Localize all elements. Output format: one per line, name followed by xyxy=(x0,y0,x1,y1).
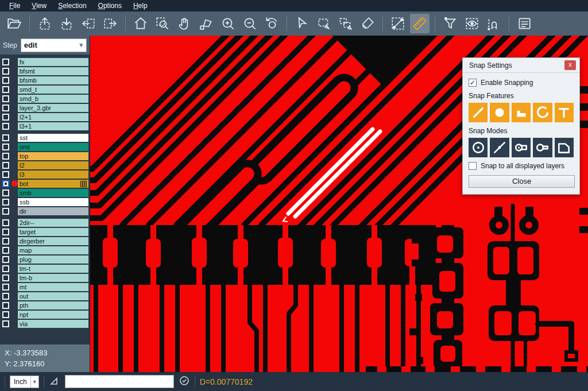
close-button[interactable]: Close xyxy=(469,175,575,188)
import-right-icon[interactable] xyxy=(100,14,120,33)
layer-visibility-checkbox[interactable] xyxy=(2,134,9,141)
layer-visibility-checkbox[interactable] xyxy=(2,238,9,245)
import-down-icon[interactable] xyxy=(57,14,76,33)
open-folder-icon[interactable] xyxy=(5,14,24,33)
layer-visibility-checkbox[interactable] xyxy=(2,229,9,235)
layer-label[interactable]: l3 xyxy=(18,171,88,179)
layer-label[interactable]: fx xyxy=(18,58,88,66)
angle-corner-icon[interactable] xyxy=(49,375,60,389)
layer-visibility-checkbox[interactable] xyxy=(2,320,9,327)
layer-visibility-checkbox[interactable] xyxy=(2,77,9,84)
select-rect-icon[interactable] xyxy=(314,14,334,33)
zoom-out-icon[interactable] xyxy=(240,14,260,33)
layer-visibility-checkbox[interactable] xyxy=(2,68,9,75)
layer-label[interactable]: dir xyxy=(18,207,88,215)
snap-mode-pad-exit-icon[interactable] xyxy=(533,138,552,157)
select-cursor-icon[interactable] xyxy=(292,14,312,33)
layer-visibility-checkbox[interactable] xyxy=(2,144,9,150)
measure-line-icon[interactable] xyxy=(388,14,408,33)
layer-visibility-checkbox[interactable] xyxy=(2,104,9,111)
layer-label[interactable]: smd_t xyxy=(18,86,88,94)
zoom-reset-icon[interactable] xyxy=(262,14,281,33)
form-editor-icon[interactable] xyxy=(514,14,534,33)
layer-visibility-checkbox[interactable] xyxy=(2,189,9,196)
confirm-circle-icon[interactable] xyxy=(179,375,190,389)
layer-label[interactable]: bfsmt xyxy=(18,67,88,75)
layer-label[interactable]: l2 xyxy=(18,161,88,169)
layer-label[interactable]: tm-t xyxy=(18,265,88,273)
snap-mode-vertex-icon[interactable] xyxy=(555,138,574,157)
layer-label[interactable]: top xyxy=(18,152,88,160)
layer-visibility-checkbox[interactable] xyxy=(2,274,9,281)
layer-visibility-checkbox[interactable] xyxy=(2,265,9,272)
layer-label[interactable]: smt xyxy=(18,143,88,151)
unit-select[interactable]: Inch ▾ xyxy=(10,375,39,388)
snap-feature-pad-icon[interactable] xyxy=(490,103,509,122)
menu-file[interactable]: File xyxy=(3,1,26,11)
layer-label[interactable]: smb xyxy=(18,189,88,197)
layer-label[interactable]: smd_b xyxy=(18,95,88,103)
home-icon[interactable] xyxy=(131,14,150,33)
import-left-icon[interactable] xyxy=(79,14,98,33)
layer-visibility-checkbox[interactable] xyxy=(2,199,9,206)
layer-visibility-checkbox[interactable] xyxy=(2,59,9,65)
grid-icon[interactable] xyxy=(80,181,87,189)
import-up-icon[interactable] xyxy=(35,14,55,33)
pcb-canvas[interactable]: Snap Settings x ✓ Enable Snapping Snap F… xyxy=(90,36,588,372)
enable-snapping-checkbox[interactable]: ✓ xyxy=(469,79,477,87)
layer-visibility-checkbox[interactable] xyxy=(2,153,9,160)
layer-label[interactable]: tm-b xyxy=(18,274,88,282)
layer-visibility-checkbox[interactable] xyxy=(2,114,9,121)
layer-visibility-checkbox[interactable] xyxy=(2,171,9,178)
close-icon[interactable]: x xyxy=(564,60,576,70)
layer-visibility-checkbox[interactable] xyxy=(2,256,9,263)
zoom-polygon-icon[interactable] xyxy=(196,14,216,33)
snap-feature-arc-icon[interactable] xyxy=(533,103,552,122)
dialog-titlebar[interactable]: Snap Settings x xyxy=(463,58,579,73)
layer-label[interactable]: pth xyxy=(18,301,88,309)
layer-label[interactable]: plug xyxy=(18,255,88,264)
layer-label[interactable]: ssb xyxy=(18,198,88,206)
snap-feature-surface-icon[interactable] xyxy=(512,103,531,122)
layer-visibility-checkbox[interactable] xyxy=(2,180,9,187)
layer-visibility-checkbox[interactable] xyxy=(2,95,9,102)
menu-selection[interactable]: Selection xyxy=(52,1,92,11)
snap-mode-pad-entry-icon[interactable] xyxy=(512,138,531,157)
snap-feature-line-icon[interactable] xyxy=(469,103,488,122)
layer-visibility-checkbox[interactable] xyxy=(2,311,9,318)
menu-help[interactable]: Help xyxy=(127,1,153,11)
snap-all-layers-checkbox[interactable] xyxy=(469,162,477,170)
menu-view[interactable]: View xyxy=(26,1,52,11)
layer-label[interactable]: sst xyxy=(18,134,88,142)
step-select[interactable]: edit ▾ xyxy=(21,38,87,52)
layer-label[interactable]: npt xyxy=(18,311,88,319)
snap-mode-midpoint-icon[interactable] xyxy=(490,138,509,157)
layer-label[interactable]: target xyxy=(18,228,88,236)
snap-feature-text-icon[interactable] xyxy=(555,103,574,122)
layer-visibility-checkbox[interactable] xyxy=(2,123,9,130)
snap-magnet-icon[interactable] xyxy=(484,14,504,33)
layer-label[interactable]: mt xyxy=(18,283,88,291)
layer-visibility-checkbox[interactable] xyxy=(2,162,9,169)
ruler-icon[interactable] xyxy=(410,14,430,33)
layer-label[interactable]: 2dir-- xyxy=(18,219,88,227)
layer-label[interactable]: layer_3.gbr xyxy=(18,104,88,112)
layer-label[interactable]: via xyxy=(18,320,88,328)
zoom-in-icon[interactable] xyxy=(218,14,238,33)
select-group-icon[interactable] xyxy=(336,14,355,33)
menu-options[interactable]: Options xyxy=(92,1,127,11)
command-input[interactable] xyxy=(65,375,174,388)
filter-icon[interactable] xyxy=(440,14,460,33)
brush-icon[interactable] xyxy=(358,14,377,33)
layer-visibility-checkbox[interactable] xyxy=(2,247,9,254)
pan-hand-icon[interactable] xyxy=(175,14,194,33)
layer-visibility-checkbox[interactable] xyxy=(2,284,9,291)
layer-label[interactable]: out xyxy=(18,292,88,300)
layer-visibility-checkbox[interactable] xyxy=(2,86,9,93)
layer-visibility-checkbox[interactable] xyxy=(2,219,9,226)
snap-mode-center-icon[interactable] xyxy=(469,138,488,157)
layer-label[interactable]: bfsmb xyxy=(18,76,88,84)
layer-label[interactable]: dirgerber xyxy=(18,237,88,245)
view-eye-icon[interactable] xyxy=(462,14,482,33)
layer-label[interactable]: l2+1 xyxy=(18,113,88,121)
